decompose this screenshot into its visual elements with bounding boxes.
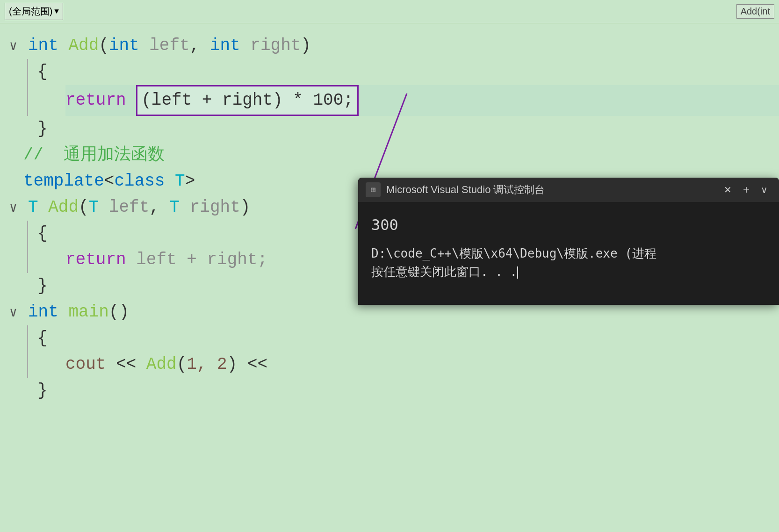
fold-line-3b [27, 352, 28, 378]
brace-open-2: { [37, 221, 48, 247]
fold-arrow-2[interactable]: ∨ [9, 198, 23, 218]
code-line-13: cout << Add ( 1, 2 ) << [65, 352, 779, 378]
fn-main: main [68, 299, 108, 325]
expr-text: (left + right) * 100; [141, 91, 353, 110]
template-T-3: T [170, 194, 180, 221]
editor-area: (全局范围) ▼ Add(int ∨ int Add ( int left , … [0, 0, 779, 532]
debug-add-btn[interactable]: + [739, 181, 753, 198]
kw-int-1: int [28, 33, 58, 59]
debug-output-300: 300 [371, 213, 766, 237]
template-T: T [165, 168, 185, 194]
code-line-5: // 通用加法函数 [23, 142, 779, 168]
call-parens-close: ) [227, 352, 238, 378]
kw-int-main: int [28, 299, 58, 325]
kw-return-2: return [65, 247, 126, 273]
param-left-1: left [139, 33, 190, 59]
main-parens: () [109, 299, 129, 325]
call-parens-open: ( [177, 352, 187, 378]
code-line-14: } [37, 378, 779, 404]
param-right-1: right [240, 33, 301, 59]
fold-arrow-3[interactable]: ∨ [9, 303, 23, 323]
debug-close-btn[interactable]: ✕ [720, 182, 736, 197]
punct-2: ( [79, 194, 89, 221]
debug-path-line1: D:\code_C++\模版\x64\Debug\模版.exe (进程 [371, 246, 656, 260]
scope-dropdown[interactable]: (全局范围) ▼ [5, 3, 63, 20]
fold-line-1 [27, 59, 28, 85]
scope-label: (全局范围) [9, 5, 52, 18]
debug-content: 300 D:\code_C++\模版\x64\Debug\模版.exe (进程 … [358, 202, 779, 305]
punct-comma-1: , [190, 33, 200, 59]
scope-arrow: ▼ [54, 7, 59, 16]
brace-close-2: } [37, 273, 48, 299]
kw-int-2: int [109, 33, 139, 59]
punct-angle-close: > [185, 168, 195, 194]
fold-line-2b [27, 247, 28, 273]
fold-line-1b [27, 85, 28, 116]
template-T-2: T [89, 194, 99, 221]
fold-line-2 [27, 221, 28, 247]
debug-titlebar-buttons: ✕ + ∨ [720, 181, 772, 198]
fold-line-3 [27, 325, 28, 352]
punct-angle-open: < [104, 168, 115, 194]
boxed-expression: (left + right) * 100; [136, 85, 359, 116]
top-bar: (全局范围) ▼ Add(int [0, 0, 779, 23]
debug-path: D:\code_C++\模版\x64\Debug\模版.exe (进程 按任意键… [371, 244, 766, 281]
debug-window: ⊞ Microsoft Visual Studio 调试控制台 ✕ + ∨ 30… [358, 178, 779, 305]
kw-template: template [23, 168, 104, 194]
debug-titlebar: ⊞ Microsoft Visual Studio 调试控制台 ✕ + ∨ [358, 178, 779, 202]
vs-icon: ⊞ [371, 185, 376, 195]
kw-int-3: int [210, 33, 240, 59]
param-left-2: left [99, 194, 149, 221]
comment-1: // 通用加法函数 [23, 142, 165, 168]
code-line-12: { [37, 325, 779, 352]
brace-close-1: } [37, 116, 48, 142]
fn-add-call: Add [146, 352, 177, 378]
kw-cout: cout [65, 352, 106, 378]
punct-close-1: ) [301, 33, 311, 59]
debug-path-line2: 按任意键关闭此窗口. . . [371, 265, 517, 279]
code-line-4: } [37, 116, 779, 142]
kw-class: class [114, 168, 165, 194]
kw-return-1: return [65, 87, 126, 114]
fold-arrow-1[interactable]: ∨ [9, 36, 23, 57]
debug-chevron-btn[interactable]: ∨ [757, 182, 772, 197]
function-dropdown[interactable]: Add(int [736, 4, 774, 19]
punct-close-2: ) [240, 194, 251, 221]
brace-close-3: } [37, 378, 48, 404]
op-shift-1: << [106, 352, 136, 378]
cursor [517, 266, 518, 279]
op-shift-2: << [237, 352, 267, 378]
debug-icon: ⊞ [366, 182, 381, 197]
code-line-2: { [37, 59, 779, 85]
brace-open-1: { [37, 59, 48, 85]
code-line-1: ∨ int Add ( int left , int right ) [9, 33, 779, 59]
return-expr-2: left + right; [126, 247, 267, 273]
template-T-ret: T [28, 194, 38, 221]
fn-add-1: Add [68, 33, 99, 59]
param-right-2: right [180, 194, 240, 221]
debug-title: Microsoft Visual Studio 调试控制台 [386, 183, 714, 197]
arg1: 1, 2 [187, 352, 227, 378]
punct-comma-2: , [149, 194, 159, 221]
fn-add-2: Add [48, 194, 79, 221]
code-line-3: return (left + right) * 100; [65, 85, 779, 116]
brace-open-3: { [37, 325, 48, 352]
punct-1: ( [99, 33, 109, 59]
